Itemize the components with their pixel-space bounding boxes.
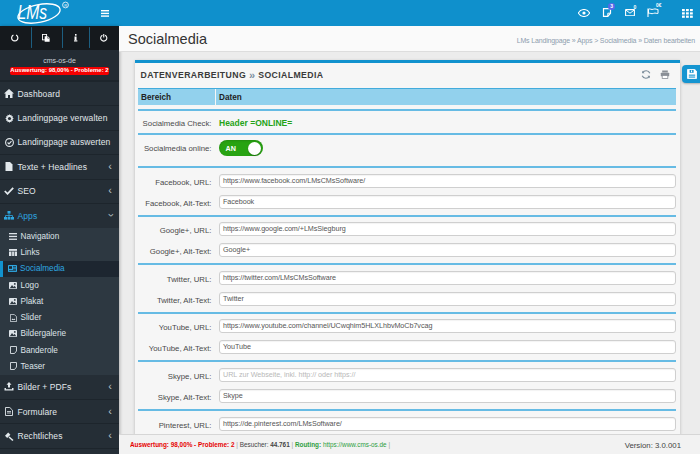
svg-text:LMs: LMs — [18, 1, 48, 23]
svg-text:R: R — [64, 3, 67, 8]
